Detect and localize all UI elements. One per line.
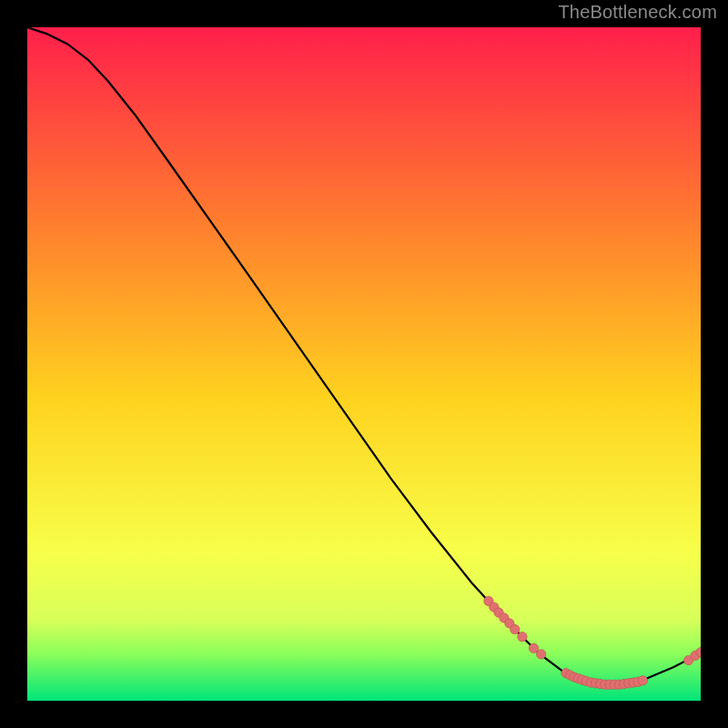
bottleneck-curve-chart: [27, 27, 701, 701]
data-point: [536, 650, 545, 659]
chart-background: [27, 27, 701, 701]
data-point: [518, 632, 527, 642]
chart-container: TheBottleneck.com: [0, 0, 728, 728]
attribution-label: TheBottleneck.com: [558, 2, 717, 23]
data-point: [511, 624, 520, 633]
data-point: [638, 676, 647, 685]
